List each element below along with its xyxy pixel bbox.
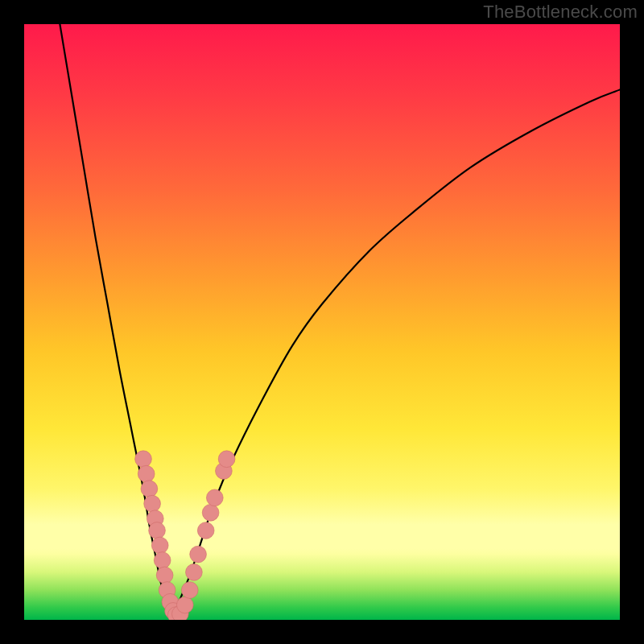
- data-marker: [176, 597, 193, 613]
- curve-layer: [24, 24, 620, 620]
- data-marker: [206, 489, 223, 506]
- data-marker: [165, 603, 182, 620]
- data-marker: [151, 537, 168, 554]
- data-marker: [181, 582, 198, 599]
- bottleneck-curve-right: [173, 89, 620, 620]
- data-marker: [197, 522, 214, 539]
- data-marker: [172, 605, 189, 620]
- data-marker: [202, 504, 219, 521]
- chart-frame: TheBottleneck.com: [0, 0, 644, 644]
- data-marker: [218, 451, 235, 468]
- data-marker: [147, 510, 163, 527]
- data-marker: [216, 463, 233, 480]
- data-marker: [135, 451, 152, 468]
- plot-area: [24, 24, 620, 620]
- data-marker: [156, 567, 173, 584]
- marker-group: [135, 451, 235, 620]
- data-marker: [190, 546, 207, 563]
- data-marker: [162, 593, 179, 610]
- data-marker: [144, 495, 161, 512]
- bottleneck-curve-left: [60, 24, 173, 620]
- attribution-label: TheBottleneck.com: [483, 2, 638, 23]
- data-marker: [138, 465, 155, 482]
- data-marker: [154, 552, 171, 569]
- data-marker: [149, 522, 166, 539]
- data-marker: [141, 481, 158, 497]
- data-marker: [167, 607, 184, 620]
- data-marker: [186, 564, 203, 580]
- data-marker: [159, 582, 175, 599]
